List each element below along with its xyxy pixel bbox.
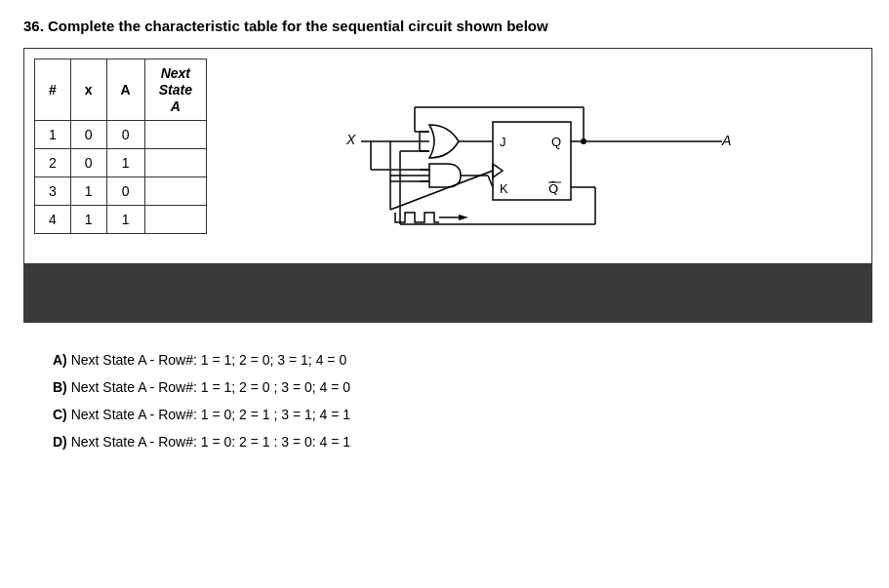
table-row: 1 0 0 [35,121,207,149]
dark-banner [23,264,872,323]
cell-a-3: 0 [106,177,144,206]
cell-num-4: 4 [35,206,71,234]
table-row: 2 0 1 [35,149,207,177]
circuit-svg: X [342,59,751,254]
svg-text:J: J [500,135,506,149]
cell-num-3: 3 [35,177,71,206]
answer-a: A) Next State A - Row#: 1 = 1; 2 = 0; 3 … [53,346,866,373]
answer-a-label: A) [53,352,67,368]
answer-d: D) Next State A - Row#: 1 = 0: 2 = 1 : 3… [53,428,866,455]
svg-text:Q: Q [551,135,561,149]
answer-b: B) Next State A - Row#: 1 = 1; 2 = 0 ; 3… [53,373,866,401]
col-header-num: # [35,59,71,121]
col-header-a: A [106,59,144,121]
col-header-x: x [70,59,106,121]
cell-next-2 [144,149,206,177]
question-title: 36. Complete the characteristic table fo… [23,18,866,34]
cell-next-4 [144,206,206,234]
circuit-diagram: X [236,59,858,254]
svg-marker-29 [459,215,468,220]
cell-x-1: 0 [70,121,106,149]
answer-c-text: Next State A - Row#: 1 = 0; 2 = 1 ; 3 = … [71,407,350,422]
cell-a-2: 1 [106,149,144,177]
cell-next-1 [144,121,206,149]
characteristic-table: # x A NextStateA 1 0 0 2 0 [34,59,207,234]
answer-c: C) Next State A - Row#: 1 = 0; 2 = 1 ; 3… [53,401,866,428]
answer-b-label: B) [53,379,67,395]
cell-a-4: 1 [106,206,144,234]
cell-num-1: 1 [35,121,71,149]
table-row: 4 1 1 [35,206,207,234]
svg-text:A: A [721,133,731,148]
table-row: 3 1 0 [35,177,207,206]
cell-num-2: 2 [35,149,71,177]
svg-text:K: K [500,181,508,196]
content-area: # x A NextStateA 1 0 0 2 0 [23,48,872,264]
question-text: Complete the characteristic table for th… [48,18,548,34]
page-container: 36. Complete the characteristic table fo… [0,0,889,588]
answer-a-text: Next State A - Row#: 1 = 1; 2 = 0; 3 = 1… [71,352,347,368]
cell-next-3 [144,177,206,206]
col-header-next-state: NextStateA [144,59,206,121]
svg-text:X: X [345,132,356,147]
answer-d-text: Next State A - Row#: 1 = 0: 2 = 1 : 3 = … [71,434,350,450]
cell-x-3: 1 [70,177,106,206]
answer-choices: A) Next State A - Row#: 1 = 1; 2 = 0; 3 … [53,346,866,455]
cell-x-2: 0 [70,149,106,177]
answer-b-text: Next State A - Row#: 1 = 1; 2 = 0 ; 3 = … [71,379,350,395]
cell-x-4: 1 [70,206,106,234]
svg-text:Q̄: Q̄ [548,181,558,196]
question-number: 36. [23,18,44,34]
answer-d-label: D) [53,434,67,450]
cell-a-1: 0 [106,121,144,149]
answer-c-label: C) [53,407,67,422]
